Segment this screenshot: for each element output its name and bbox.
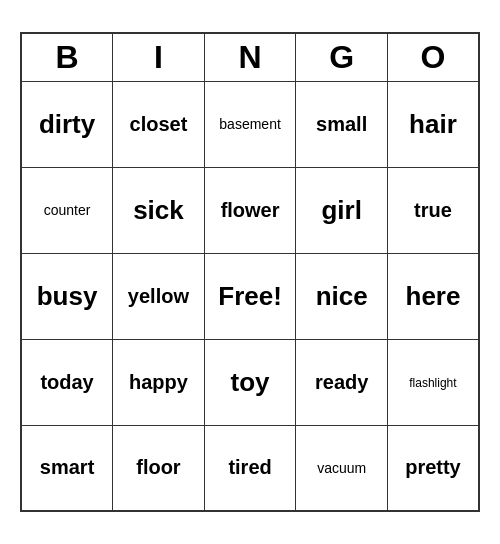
cell-text: hair xyxy=(409,109,457,139)
cell-text: toy xyxy=(231,367,270,397)
cell-text: flashlight xyxy=(409,376,456,390)
bingo-cell: counter xyxy=(21,167,113,253)
cell-text: today xyxy=(40,371,93,393)
cell-text: nice xyxy=(316,281,368,311)
cell-text: smart xyxy=(40,456,94,478)
cell-text: sick xyxy=(133,195,184,225)
bingo-cell: small xyxy=(296,81,388,167)
bingo-row: busyyellowFree!nicehere xyxy=(21,253,479,339)
bingo-cell: yellow xyxy=(113,253,205,339)
cell-text: yellow xyxy=(128,285,189,307)
bingo-header-cell: N xyxy=(204,33,296,81)
cell-text: dirty xyxy=(39,109,95,139)
bingo-row: countersickflowergirltrue xyxy=(21,167,479,253)
cell-text: floor xyxy=(136,456,180,478)
cell-text: basement xyxy=(219,116,280,132)
cell-text: true xyxy=(414,199,452,221)
bingo-cell: smart xyxy=(21,425,113,511)
bingo-cell: tired xyxy=(204,425,296,511)
bingo-cell: pretty xyxy=(387,425,479,511)
cell-text: counter xyxy=(44,202,91,218)
bingo-cell: flashlight xyxy=(387,339,479,425)
bingo-cell: busy xyxy=(21,253,113,339)
bingo-cell: floor xyxy=(113,425,205,511)
bingo-row: todayhappytoyreadyflashlight xyxy=(21,339,479,425)
cell-text: small xyxy=(316,113,367,135)
bingo-card: BINGO dirtyclosetbasementsmallhaircounte… xyxy=(20,32,480,512)
bingo-cell: closet xyxy=(113,81,205,167)
bingo-cell: basement xyxy=(204,81,296,167)
bingo-cell: sick xyxy=(113,167,205,253)
bingo-cell: ready xyxy=(296,339,388,425)
cell-text: busy xyxy=(37,281,98,311)
bingo-header-cell: I xyxy=(113,33,205,81)
bingo-header-cell: B xyxy=(21,33,113,81)
bingo-cell: nice xyxy=(296,253,388,339)
bingo-cell: flower xyxy=(204,167,296,253)
bingo-header-row: BINGO xyxy=(21,33,479,81)
bingo-header-cell: O xyxy=(387,33,479,81)
bingo-cell: girl xyxy=(296,167,388,253)
cell-text: vacuum xyxy=(317,460,366,476)
bingo-row: dirtyclosetbasementsmallhair xyxy=(21,81,479,167)
bingo-cell: today xyxy=(21,339,113,425)
bingo-cell: toy xyxy=(204,339,296,425)
bingo-cell: hair xyxy=(387,81,479,167)
cell-text: Free! xyxy=(218,281,282,311)
cell-text: tired xyxy=(228,456,271,478)
bingo-cell: true xyxy=(387,167,479,253)
cell-text: pretty xyxy=(405,456,461,478)
bingo-cell: dirty xyxy=(21,81,113,167)
cell-text: here xyxy=(406,281,461,311)
bingo-header-cell: G xyxy=(296,33,388,81)
bingo-cell: vacuum xyxy=(296,425,388,511)
cell-text: flower xyxy=(221,199,280,221)
bingo-cell: here xyxy=(387,253,479,339)
cell-text: girl xyxy=(321,195,361,225)
bingo-row: smartfloortiredvacuumpretty xyxy=(21,425,479,511)
cell-text: happy xyxy=(129,371,188,393)
bingo-cell: Free! xyxy=(204,253,296,339)
cell-text: ready xyxy=(315,371,368,393)
cell-text: closet xyxy=(130,113,188,135)
bingo-cell: happy xyxy=(113,339,205,425)
